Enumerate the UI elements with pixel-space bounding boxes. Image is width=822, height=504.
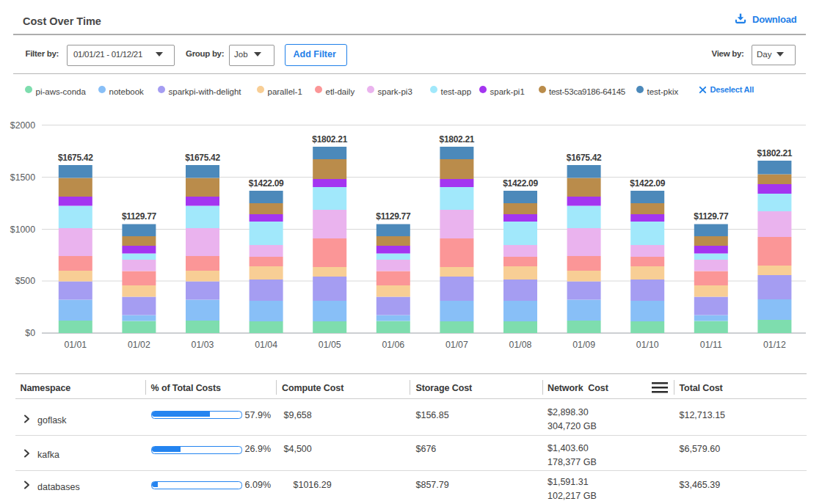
svg-text:01/09: 01/09 [572, 340, 595, 350]
svg-text:01/07: 01/07 [445, 340, 468, 350]
svg-text:$1802.21: $1802.21 [440, 134, 475, 145]
svg-text:01/11: 01/11 [700, 340, 722, 350]
svg-text:01/04: 01/04 [255, 340, 277, 350]
svg-text:$1422.09: $1422.09 [503, 178, 538, 189]
svg-text:01/12: 01/12 [763, 340, 786, 350]
svg-text:$1129.77: $1129.77 [376, 211, 411, 222]
svg-text:$500: $500 [15, 276, 36, 286]
svg-text:01/06: 01/06 [382, 340, 404, 350]
svg-text:01/01: 01/01 [64, 340, 87, 350]
svg-text:01/03: 01/03 [192, 340, 214, 350]
svg-text:$1802.21: $1802.21 [312, 134, 347, 145]
svg-text:$1802.21: $1802.21 [757, 148, 793, 158]
svg-text:$1129.77: $1129.77 [694, 211, 729, 222]
svg-text:$1000: $1000 [10, 224, 35, 235]
svg-text:01/08: 01/08 [509, 340, 532, 350]
svg-text:$1422.09: $1422.09 [630, 178, 665, 189]
svg-text:$0: $0 [25, 328, 35, 338]
svg-text:01/02: 01/02 [128, 340, 150, 350]
svg-text:$1675.42: $1675.42 [58, 153, 93, 163]
svg-text:$2000: $2000 [10, 120, 35, 131]
svg-text:$1675.42: $1675.42 [567, 153, 602, 163]
svg-text:$1500: $1500 [10, 172, 35, 183]
svg-text:$1675.42: $1675.42 [185, 153, 220, 163]
svg-text:01/10: 01/10 [636, 340, 659, 350]
svg-text:$1129.77: $1129.77 [122, 211, 157, 222]
svg-text:$1422.09: $1422.09 [249, 178, 284, 189]
svg-text:01/05: 01/05 [319, 340, 341, 350]
